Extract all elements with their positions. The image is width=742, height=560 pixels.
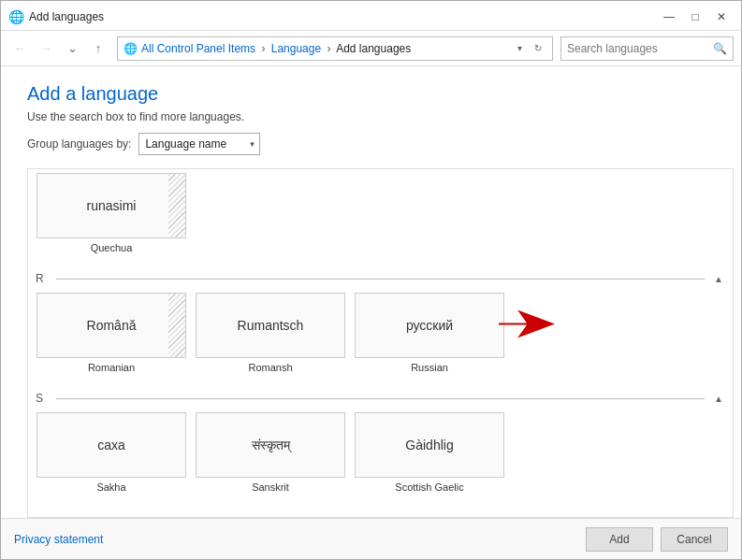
status-bar: Privacy statement Add Cancel <box>1 518 741 559</box>
language-section-r: R ▲ Română Romanian Rumantsch <box>28 266 733 386</box>
group-by-row: Group languages by: Language name Script… <box>27 133 715 155</box>
language-english-sanskrit: Sanskrit <box>252 481 289 493</box>
main-content: Add a language Use the search box to fin… <box>1 66 741 518</box>
address-bar: 🌐 All Control Panel Items › Language › A… <box>117 36 553 61</box>
breadcrumb-current: Add languages <box>336 42 411 55</box>
maximize-button[interactable]: □ <box>683 7 707 26</box>
language-tile-romansh[interactable]: Rumantsch <box>196 293 345 358</box>
language-native-quechua: runasimi <box>87 198 137 213</box>
address-icon: 🌐 <box>124 42 138 55</box>
privacy-link[interactable]: Privacy statement <box>14 533 103 546</box>
cancel-button[interactable]: Cancel <box>661 527 728 552</box>
title-bar: 🌐 Add languages — □ ✕ <box>1 1 741 31</box>
language-tile-russian[interactable]: русский <box>355 293 504 358</box>
add-button[interactable]: Add <box>586 527 653 552</box>
language-tile-quechua[interactable]: runasimi <box>36 173 186 238</box>
language-section-s: S ▲ сaxa Sakha संस्कृतम् <box>28 386 733 506</box>
minimize-button[interactable]: — <box>657 7 681 26</box>
lang-grid-s: сaxa Sakha संस्कृतम् Sanskrit Gàidhlig <box>36 409 725 496</box>
language-english-romanian: Romanian <box>88 362 135 373</box>
forward-button[interactable]: → <box>35 37 57 60</box>
back-button[interactable]: ← <box>8 37 31 60</box>
search-box: 🔍 <box>560 36 734 61</box>
language-section-q: runasimi Quechua <box>28 169 733 266</box>
list-item[interactable]: сaxa Sakha <box>36 412 187 493</box>
address-dropdown-button[interactable]: ▾ <box>511 40 528 57</box>
language-tile-sanskrit[interactable]: संस्कृतम् <box>196 412 345 478</box>
list-item[interactable]: संस्कृतम् Sanskrit <box>195 412 346 493</box>
window-icon: 🌐 <box>8 9 23 24</box>
language-tile-sakha[interactable]: сaxa <box>36 412 186 478</box>
language-tile-romanian[interactable]: Română <box>36 293 186 358</box>
section-letter-s: S <box>36 392 49 405</box>
language-list-area: runasimi Quechua R ▲ Română <box>27 168 734 518</box>
list-item[interactable]: русский Russian <box>354 293 505 373</box>
language-english-quechua: Quechua <box>91 242 133 253</box>
up-button[interactable]: ↑ <box>87 37 109 60</box>
lang-grid-q: runasimi Quechua <box>36 169 725 257</box>
page-subtitle: Use the search box to find more language… <box>27 110 715 123</box>
address-path: All Control Panel Items › Language › Add… <box>141 42 507 55</box>
section-header-s: S ▲ <box>36 386 725 409</box>
language-native-romansh: Rumantsch <box>238 318 304 333</box>
group-by-label: Group languages by: <box>27 137 131 151</box>
section-header-r: R ▲ <box>36 266 725 289</box>
breadcrumb-language[interactable]: Language <box>271 42 321 55</box>
address-refresh-button[interactable]: ↻ <box>530 40 546 57</box>
language-native-russian: русский <box>406 318 453 333</box>
language-native-sanskrit: संस्कृतम् <box>252 438 290 453</box>
close-button[interactable]: ✕ <box>709 7 734 26</box>
group-by-select-wrapper: Language name Script Region <box>138 133 260 155</box>
language-native-scottish-gaelic: Gàidhlig <box>405 438 453 452</box>
list-item[interactable]: Rumantsch Romansh <box>195 293 346 373</box>
list-item[interactable]: runasimi Quechua <box>36 173 187 253</box>
status-bar-actions: Add Cancel <box>586 527 728 552</box>
breadcrumb-control-panel[interactable]: All Control Panel Items <box>141 42 255 55</box>
window: 🌐 Add languages — □ ✕ ← → ⌄ ↑ 🌐 All Cont… <box>0 0 742 560</box>
page-title: Add a language <box>27 83 715 105</box>
language-english-romansh: Romansh <box>248 362 292 373</box>
language-english-russian: Russian <box>411 362 448 373</box>
svg-marker-0 <box>499 310 555 338</box>
section-divider-r <box>56 279 705 280</box>
window-controls: — □ ✕ <box>657 7 734 26</box>
list-item[interactable]: Gàidhlig Scottish Gaelic <box>354 412 505 493</box>
language-native-romanian: Română <box>87 318 137 333</box>
search-icon[interactable]: 🔍 <box>713 42 727 55</box>
list-item[interactable]: Română Romanian <box>36 293 187 373</box>
section-letter-r: R <box>36 272 49 285</box>
lang-grid-r: Română Romanian Rumantsch Romansh русски… <box>36 289 725 377</box>
section-collapse-r[interactable]: ▲ <box>712 274 725 284</box>
language-native-sakha: сaxa <box>97 438 125 452</box>
nav-bar: ← → ⌄ ↑ 🌐 All Control Panel Items › Lang… <box>1 31 741 66</box>
language-english-sakha: Sakha <box>96 481 125 493</box>
nav-dropdown-button[interactable]: ⌄ <box>61 37 83 60</box>
section-divider-s <box>56 398 705 399</box>
group-by-select[interactable]: Language name Script Region <box>138 133 260 155</box>
content-header: Add a language Use the search box to fin… <box>1 66 741 165</box>
search-input[interactable] <box>567 42 713 55</box>
address-bar-controls: ▾ ↻ <box>511 40 546 57</box>
window-title: Add languages <box>29 10 657 23</box>
red-arrow-indicator <box>499 310 555 341</box>
section-collapse-s[interactable]: ▲ <box>712 394 725 404</box>
language-english-scottish-gaelic: Scottish Gaelic <box>395 481 463 493</box>
language-tile-scottish-gaelic[interactable]: Gàidhlig <box>355 412 504 478</box>
